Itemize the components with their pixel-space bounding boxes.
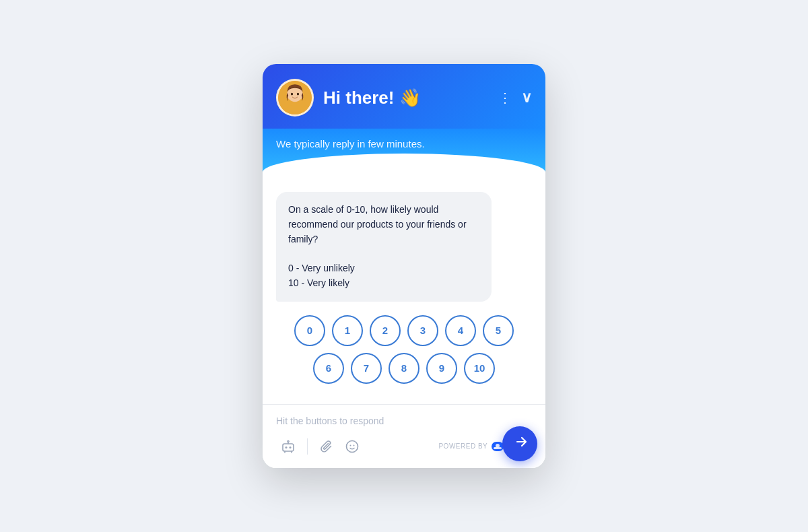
- toolbar-icons: [276, 434, 364, 459]
- send-arrow-icon: [514, 434, 529, 449]
- reply-time-text: We typically reply in few minutes.: [276, 138, 425, 149]
- sub-header: We typically reply in few minutes.: [263, 129, 545, 172]
- rating-1[interactable]: 1: [332, 315, 363, 346]
- bot-message-bubble: On a scale of 0-10, how likely would rec…: [276, 192, 492, 301]
- rating-7[interactable]: 7: [351, 353, 382, 384]
- avatar: [276, 79, 314, 117]
- rating-5[interactable]: 5: [483, 315, 514, 346]
- emoji-icon-button[interactable]: [340, 434, 364, 459]
- svg-rect-5: [283, 444, 294, 451]
- powered-by-label: POWERED BY: [438, 442, 487, 450]
- rating-8[interactable]: 8: [389, 353, 419, 384]
- chat-title: Hi there! 👋: [323, 88, 498, 108]
- svg-rect-17: [494, 447, 502, 449]
- toolbar-divider: [307, 438, 308, 455]
- svg-point-4: [297, 93, 299, 96]
- svg-point-6: [285, 446, 288, 448]
- bot-message-text: On a scale of 0-10, how likely would rec…: [288, 203, 479, 290]
- chat-body: On a scale of 0-10, how likely would rec…: [263, 172, 545, 403]
- chat-header: Hi there! 👋 ⋮ ∨: [263, 64, 545, 129]
- input-placeholder-text: Hit the buttons to respond: [276, 414, 532, 434]
- bot-icon-button[interactable]: [276, 434, 300, 459]
- svg-point-3: [291, 93, 293, 96]
- chevron-down-icon[interactable]: ∨: [521, 89, 532, 106]
- more-icon[interactable]: ⋮: [498, 90, 512, 106]
- send-icon: [514, 434, 529, 453]
- rating-9[interactable]: 9: [426, 353, 457, 384]
- svg-point-7: [290, 446, 292, 448]
- emoji-icon: [345, 440, 359, 453]
- svg-point-14: [354, 444, 355, 446]
- svg-point-12: [347, 440, 358, 452]
- attach-icon-button[interactable]: [314, 434, 339, 459]
- svg-point-13: [350, 444, 351, 446]
- header-controls: ⋮ ∨: [498, 89, 532, 106]
- rating-4[interactable]: 4: [445, 315, 476, 346]
- bot-icon: [281, 439, 296, 454]
- rating-0[interactable]: 0: [294, 315, 325, 346]
- rating-2[interactable]: 2: [370, 315, 401, 346]
- footer-toolbar: POWERED BY TIDIO: [276, 434, 532, 459]
- chat-footer: Hit the buttons to respond: [263, 404, 545, 468]
- rating-section: 0 1 2 3 4 5 6 7 8 9 10: [276, 315, 532, 384]
- rating-row-1: 0 1 2 3 4 5: [283, 315, 525, 346]
- send-button[interactable]: [502, 426, 537, 461]
- attach-icon: [320, 440, 333, 453]
- chat-widget: Hi there! 👋 ⋮ ∨ We typically reply in fe…: [263, 64, 545, 467]
- rating-3[interactable]: 3: [407, 315, 438, 346]
- rating-10[interactable]: 10: [464, 353, 495, 384]
- rating-6[interactable]: 6: [313, 353, 344, 384]
- rating-row-2: 6 7 8 9 10: [283, 353, 525, 384]
